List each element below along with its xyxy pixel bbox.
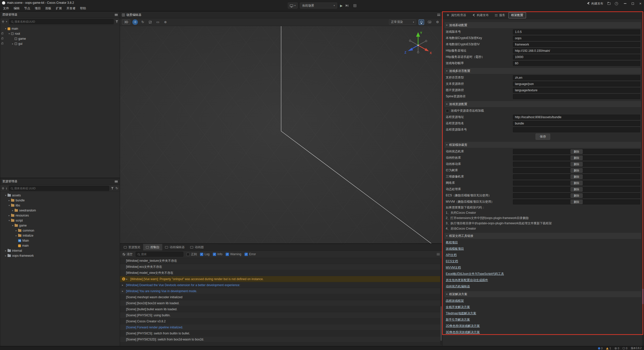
config-value-input[interactable] [513, 94, 640, 99]
minimize-button[interactable] [624, 3, 626, 4]
3d-mode-button[interactable]: 3D [122, 19, 130, 25]
section-header[interactable]: ▾ 框架解决方案 [445, 291, 641, 297]
hierarchy-search-input[interactable] [15, 20, 112, 23]
console-tab[interactable]: 动画编辑器 [162, 244, 187, 250]
config-value-input[interactable] [513, 127, 640, 132]
expand-arrow-icon[interactable]: ▸ [4, 254, 7, 257]
log-row[interactable]: [Window] model_view文件夹不存在 [120, 270, 442, 276]
config-value-input[interactable] [513, 48, 640, 53]
expand-arrow-icon[interactable]: ▸ [8, 214, 11, 217]
menu-item[interactable]: 节点 [22, 6, 32, 11]
regex-checkbox[interactable] [186, 253, 190, 256]
delete-button[interactable]: 删除 [571, 174, 583, 179]
log-row[interactable]: [Scene] [PHYSICS]: switch from builtin t… [120, 330, 442, 336]
doc-link[interactable]: 全栈开发解决方案 [446, 305, 470, 309]
tree-row[interactable]: ▸ gui [0, 41, 120, 46]
sort-icon[interactable]: ▴▾ [6, 187, 7, 190]
log-filter[interactable]: Log [200, 252, 210, 256]
menu-item[interactable]: 扩展 [54, 6, 64, 11]
expand-arrow-icon[interactable]: ▾ [8, 32, 11, 35]
warning-count-badge[interactable]: 1 [606, 347, 611, 350]
play-button[interactable]: ▶ [339, 4, 343, 8]
console-tab[interactable]: 控制台 [143, 244, 162, 250]
delete-button[interactable]: 删除 [571, 149, 583, 154]
log-row[interactable]: [Window] Download the Vue Devtools exten… [120, 282, 442, 288]
menu-item[interactable]: 编辑 [11, 6, 22, 11]
tree-row[interactable]: ▸ bundle [0, 198, 120, 203]
delete-button[interactable]: 删除 [571, 200, 583, 204]
rect-tool-button[interactable]: ▭ [155, 19, 160, 25]
delete-button[interactable]: 删除 [571, 181, 583, 185]
section-header[interactable]: ▾ 游戏资源配置 [445, 101, 641, 107]
config-value-input[interactable] [513, 61, 640, 66]
error-count-badge[interactable]: 0 [615, 347, 619, 350]
doc-link[interactable]: 3D角色扮演游戏解决方案 [446, 330, 480, 334]
axis-gizmo[interactable]: Y X Z [403, 30, 433, 60]
doc-link[interactable]: 游戏模板项目 [446, 247, 464, 251]
tree-row[interactable]: ▸ seedrandom [0, 208, 120, 213]
expand-arrow-icon[interactable]: ▸ [8, 199, 11, 202]
expand-arrow-icon[interactable]: ▸ [11, 42, 14, 45]
tab-scene-editor[interactable]: 场景编辑器 [122, 13, 141, 17]
config-value-input[interactable] [513, 42, 640, 47]
message-count-badge[interactable]: 0 [623, 347, 627, 350]
menu-item[interactable]: 面板 [43, 6, 54, 11]
tree-row[interactable]: ▾ assets [0, 193, 120, 198]
console-tab[interactable]: 资源预览 [121, 244, 143, 250]
config-checkbox[interactable] [446, 109, 449, 112]
lock-icon[interactable] [1, 38, 3, 39]
filter-checkbox[interactable] [200, 253, 203, 256]
assets-search[interactable] [9, 186, 109, 191]
config-value-input[interactable] [513, 29, 640, 34]
hierarchy-search[interactable] [9, 19, 114, 24]
tree-row[interactable]: ▸ common [0, 228, 120, 233]
menu-item[interactable]: 帮助 [78, 6, 88, 11]
log-row[interactable]: [Scene] Forward render pipeline initiali… [120, 324, 442, 330]
config-value-input[interactable] [513, 75, 640, 80]
filter-icon[interactable] [115, 20, 118, 23]
inspector-scrollbar[interactable] [642, 19, 644, 346]
render-mode-select[interactable]: 正常渲染 ▾ [389, 19, 416, 25]
log-row[interactable]: [Scene] [PHYSICS]: using builtin. [120, 312, 442, 318]
expand-arrow-icon[interactable] [122, 284, 125, 286]
expand-arrow-icon[interactable] [122, 290, 125, 292]
menu-item[interactable]: 开发者 [64, 6, 78, 11]
log-row[interactable]: [Scene] [PHYSICS2D]: switch from box2d-w… [120, 336, 442, 342]
add-asset-icon[interactable] [2, 187, 4, 190]
log-row[interactable]: [Window] [Vue warn]: Property "onInput" … [120, 276, 442, 282]
expand-arrow-icon[interactable]: ▾ [8, 204, 11, 207]
menu-item[interactable]: 项目 [32, 6, 43, 11]
panel-menu-icon[interactable] [437, 14, 440, 16]
doc-link[interactable]: 教程项目 [446, 240, 458, 245]
camera-settings-button[interactable] [427, 19, 432, 25]
config-value-input[interactable] [513, 115, 640, 120]
config-value-input[interactable] [513, 81, 640, 86]
pivot-tool-button[interactable]: ⊕ [163, 19, 168, 25]
open-project-folder-icon[interactable] [608, 3, 611, 5]
filter-checkbox[interactable] [226, 253, 229, 256]
tree-row[interactable]: ▾ libs [0, 203, 120, 208]
inspector-tab[interactable]: 服务 [492, 12, 508, 18]
delete-button[interactable]: 删除 [571, 187, 583, 192]
doc-link[interactable]: 动画状态机编辑器 [446, 284, 470, 289]
filter-checkbox[interactable] [245, 253, 248, 256]
menu-item[interactable]: 文件 [1, 6, 11, 11]
lighting-toggle-button[interactable] [419, 19, 424, 25]
doc-link[interactable]: Tiledmap地图解决方案 [446, 311, 476, 316]
tree-row[interactable]: ▸ oops-framework [0, 253, 120, 258]
config-value-input[interactable] [513, 36, 640, 41]
inspector-tab[interactable]: 框架配置 [508, 12, 526, 18]
delete-button[interactable]: 删除 [571, 156, 583, 160]
console-options-icon[interactable] [437, 253, 440, 255]
expand-arrow-icon[interactable] [126, 278, 129, 280]
log-row[interactable]: [Window] You are running Vue in developm… [120, 288, 442, 294]
expand-arrow-icon[interactable]: ▸ [4, 249, 7, 252]
panel-menu-icon[interactable] [115, 181, 118, 183]
tree-row[interactable]: ▾ root [0, 31, 120, 36]
log-row[interactable]: [Scene] [box2d]:box2d wasm lib loaded. [120, 300, 442, 306]
assets-search-input[interactable] [14, 187, 107, 190]
filter-icon[interactable] [111, 187, 114, 190]
expand-arrow-icon[interactable]: ▸ [15, 229, 18, 232]
expand-arrow-icon[interactable]: ▸ [11, 209, 14, 212]
log-row[interactable]: [Window] ecs文件夹不存在 [120, 264, 442, 270]
